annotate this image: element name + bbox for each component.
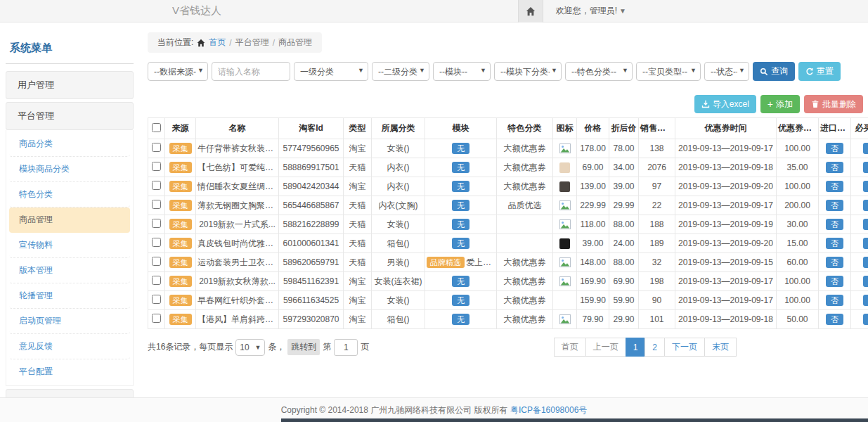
sidebar-item-模块商品分类[interactable]: 模块商品分类 [9,157,130,182]
page-button-下一页[interactable]: 下一页 [664,338,705,357]
coupon-amount-cell: 100.00 [777,139,819,158]
must-buy-toggle[interactable]: 否 [863,295,868,306]
must-buy-toggle[interactable]: 否 [863,181,868,192]
sidebar-item-商品分类[interactable]: 商品分类 [9,132,130,157]
page-button-末页[interactable]: 末页 [704,338,737,357]
must-buy-toggle[interactable]: 否 [863,238,868,249]
jump-page-input[interactable] [334,339,358,356]
sidebar-item-宣传物料[interactable]: 宣传物料 [9,233,130,258]
module-filter-select[interactable]: --模块-- [433,62,491,81]
sidebar-item-特色分类[interactable]: 特色分类 [9,182,130,207]
must-buy-toggle[interactable]: 否 [863,276,868,287]
module-badge[interactable]: 品牌精选 [427,257,465,268]
module-badge[interactable]: 无 [452,200,469,211]
must-buy-toggle[interactable]: 否 [863,162,868,173]
row-checkbox[interactable] [152,238,161,247]
name-search-input[interactable] [212,62,290,81]
must-buy-toggle[interactable]: 否 [863,219,868,230]
import-optimal-toggle[interactable]: 否 [826,257,843,268]
import-optimal-toggle[interactable]: 否 [826,238,843,249]
must-buy-toggle[interactable]: 否 [863,314,868,325]
row-checkbox[interactable] [152,162,161,171]
product-name-cell: 牛仔背带裤女秋装减龄... [196,139,279,158]
item-type-filter-select[interactable]: --宝贝类型-- [636,62,701,81]
main-content: 当前位置: 首页 / 平台管理 / 商品管理 --数据来源--▼一级分类▼--二… [148,23,863,357]
breadcrumb-home-link[interactable]: 首页 [209,37,226,49]
price-cell: 148.00 [577,253,609,272]
import-optimal-toggle[interactable]: 否 [826,276,843,287]
jump-button[interactable]: 跳转到 [287,339,320,355]
import-optimal-cell: 否 [819,158,851,177]
discount-price-cell: 29.99 [609,196,639,215]
row-checkbox[interactable] [152,143,161,152]
row-checkbox[interactable] [152,219,161,228]
import-optimal-toggle[interactable]: 否 [826,181,843,192]
row-checkbox[interactable] [152,200,161,209]
source-cell: 采集 [165,139,196,158]
sidebar-item-平台配置[interactable]: 平台配置 [9,359,130,384]
row-checkbox[interactable] [152,295,161,304]
import-optimal-toggle[interactable]: 否 [826,162,843,173]
module-badge[interactable]: 无 [452,314,469,325]
sidebar-item-意见反馈[interactable]: 意见反馈 [9,334,130,359]
module-badge[interactable]: 无 [452,143,469,154]
search-button[interactable]: 查询 [753,62,795,81]
level2-category-filter-select[interactable]: --二级分类-- [372,62,429,81]
module-cell: 品牌精选爱上运动 [425,253,497,272]
app-title: V省钱达人 [172,4,221,18]
copyright-text: Copyright © 2014-2018 广州九驰网络科技有限公司 版权所有 [281,404,508,416]
feature-category-filter-select[interactable]: --特色分类-- [565,62,633,81]
module-badge[interactable]: 无 [452,181,469,192]
module-badge[interactable]: 无 [452,276,469,287]
data-source-filter-select[interactable]: --数据来源-- [148,62,208,81]
sales-count-cell: 90 [639,291,675,310]
icon-cell [553,291,577,310]
horizontal-scrollbar-thumb[interactable] [281,418,868,422]
sidebar-item-版本管理[interactable]: 版本管理 [9,258,130,283]
sidebar-item-启动页管理[interactable]: 启动页管理 [9,309,130,334]
sidebar-item-平台管理[interactable]: 平台管理 [6,102,134,130]
import-optimal-toggle[interactable]: 否 [826,219,843,230]
select-all-checkbox[interactable] [152,123,161,132]
import-optimal-toggle[interactable]: 否 [826,200,843,211]
column-header-进口优选: 进口优选 [819,118,851,139]
sidebar-item-商品管理[interactable]: 商品管理 [9,207,130,233]
icp-link[interactable]: 粤ICP备16098006号 [510,404,587,416]
sidebar-item-用户管理[interactable]: 用户管理 [6,71,134,99]
row-checkbox[interactable] [152,276,161,285]
module-badge[interactable]: 无 [452,162,469,173]
sidebar-item-拼团管理[interactable]: 拼团管理 [6,389,134,397]
page-button-上一页[interactable]: 上一页 [585,338,626,357]
import-optimal-toggle[interactable]: 否 [826,295,843,306]
reset-button[interactable]: 重置 [798,62,841,81]
module-badge[interactable]: 无 [452,238,469,249]
batch-delete-button[interactable]: 批量删除 [804,95,863,113]
sidebar-item-轮播管理[interactable]: 轮播管理 [9,283,130,309]
import-optimal-toggle[interactable]: 否 [826,314,843,325]
page-button-首页[interactable]: 首页 [554,338,586,357]
level1-category-filter-select[interactable]: 一级分类 [294,62,368,81]
taoke-id-cell: 601000601341 [279,234,344,253]
row-checkbox[interactable] [152,181,161,190]
module-badge[interactable]: 无 [452,219,469,230]
row-checkbox[interactable] [152,257,161,266]
module-badge[interactable]: 无 [452,295,469,306]
source-badge: 采集 [169,238,192,249]
breadcrumb-item[interactable]: 平台管理 [235,37,269,49]
must-buy-toggle[interactable]: 否 [863,200,868,211]
page-button-1[interactable]: 1 [626,338,646,357]
import-optimal-toggle[interactable]: 否 [826,143,843,154]
row-checkbox[interactable] [152,314,161,323]
module-subcategory-filter-select[interactable]: --模块下分类-- [494,62,562,81]
status-filter-select[interactable]: --状态-- [704,62,749,81]
taoke-id-cell: 596611634525 [279,291,344,310]
page-button-2[interactable]: 2 [644,338,665,357]
per-page-select[interactable]: 10 [235,339,265,356]
user-menu[interactable]: 欢迎您，管理员!▼ [556,5,626,17]
must-buy-toggle[interactable]: 否 [863,143,868,154]
must-buy-toggle[interactable]: 否 [863,257,868,268]
home-button[interactable] [518,0,543,23]
import-excel-button[interactable]: 导入excel [694,95,756,113]
add-button[interactable]: + 添加 [760,95,800,113]
category-cell: 内衣() [372,158,425,177]
